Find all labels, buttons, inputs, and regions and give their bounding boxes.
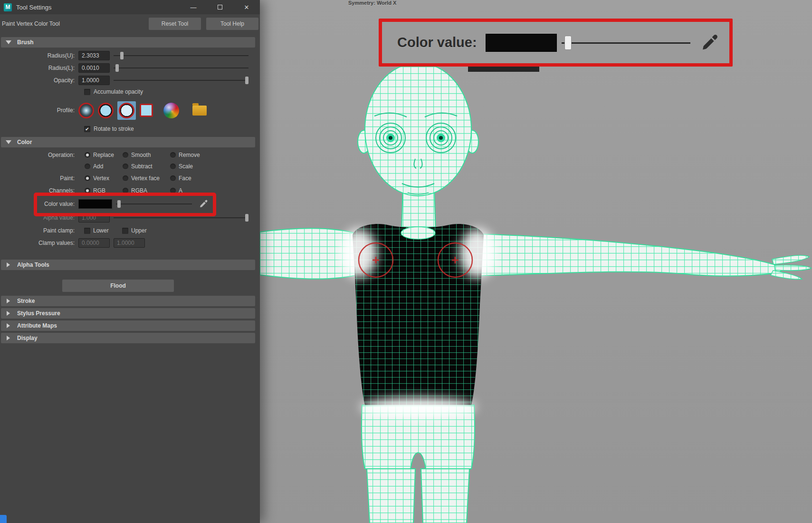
- color-section-header[interactable]: Color: [1, 137, 255, 147]
- collapse-arrow-icon: [6, 40, 11, 44]
- expand-arrow-icon: [7, 336, 10, 340]
- right-arm: [475, 234, 811, 279]
- stroke-label: Stroke: [17, 298, 35, 304]
- taskbar-peek: [0, 515, 7, 523]
- paint-vertex-label: Vertex: [93, 175, 109, 182]
- clamp-values-label: Clamp values:: [0, 240, 78, 246]
- paint-label: Paint:: [0, 175, 78, 182]
- viewport[interactable]: Symmetry: World X: [260, 0, 812, 523]
- slider-track: [114, 217, 248, 218]
- accumulate-opacity-checkbox[interactable]: [84, 89, 90, 95]
- maya-logo-icon: M: [4, 3, 12, 11]
- tool-name: Paint Vertex Color Tool: [2, 20, 143, 27]
- alpha-tools-section-header[interactable]: Alpha Tools: [1, 260, 255, 270]
- brush-profile-medium-icon[interactable]: [98, 103, 114, 118]
- clamp-min-field: [78, 238, 110, 248]
- brush-profile-soft-icon[interactable]: [78, 103, 94, 118]
- minimize-button[interactable]: —: [180, 0, 207, 14]
- operation-replace-label: Replace: [93, 152, 114, 158]
- titlebar[interactable]: M Tool Settings — ✕: [0, 0, 260, 14]
- attribute-maps-section-header[interactable]: Attribute Maps: [1, 320, 255, 331]
- expand-arrow-icon: [7, 323, 10, 328]
- callout-color-value-label: Color value:: [397, 35, 477, 50]
- expand-arrow-icon: [7, 299, 10, 303]
- paint-face-radio[interactable]: [170, 175, 176, 181]
- radius-u-field[interactable]: [78, 51, 110, 60]
- radius-u-label: Radius(U):: [0, 52, 78, 59]
- callout-alpha-strip: [468, 67, 539, 72]
- maximize-icon: [218, 5, 222, 10]
- clamp-upper-checkbox[interactable]: [122, 228, 128, 234]
- tool-help-button[interactable]: Tool Help: [206, 18, 258, 30]
- brush-profile-selected[interactable]: [117, 101, 136, 120]
- operation-remove-label: Remove: [179, 152, 200, 158]
- display-label: Display: [17, 335, 38, 341]
- callout-color-swatch[interactable]: [486, 34, 557, 52]
- callout-color-slider[interactable]: [562, 35, 690, 50]
- highlight-box-panel: [34, 193, 216, 216]
- browse-profile-folder-icon[interactable]: [192, 106, 207, 116]
- slider-handle[interactable]: [115, 64, 119, 72]
- tool-settings-window: M Tool Settings — ✕ Paint Vertex Color T…: [0, 0, 260, 523]
- accumulate-opacity-label: Accumulate opacity: [94, 88, 143, 95]
- opacity-label: Opacity:: [0, 77, 78, 84]
- operation-subtract-radio[interactable]: [123, 164, 128, 169]
- slider-handle[interactable]: [245, 214, 248, 222]
- brush-profile-hard-icon: [119, 103, 134, 118]
- operation-smooth-label: Smooth: [131, 152, 151, 158]
- brush-profile-image-icon[interactable]: [163, 103, 179, 118]
- operation-scale-label: Scale: [179, 163, 193, 170]
- color-value-callout: Color value:: [379, 19, 733, 67]
- operation-subtract-label: Subtract: [131, 163, 153, 170]
- opacity-slider[interactable]: [114, 77, 248, 84]
- display-section-header[interactable]: Display: [1, 333, 255, 343]
- flood-button[interactable]: Flood: [62, 280, 174, 292]
- stylus-pressure-label: Stylus Pressure: [17, 310, 60, 317]
- slider-track: [562, 42, 690, 44]
- collapse-arrow-icon: [6, 140, 11, 144]
- reset-tool-button[interactable]: Reset Tool: [149, 18, 201, 30]
- window-title: Tool Settings: [16, 4, 180, 11]
- symmetry-status: Symmetry: World X: [348, 0, 396, 6]
- clamp-lower-label: Lower: [93, 227, 109, 234]
- operation-add-radio[interactable]: [85, 164, 90, 169]
- right-hand: [771, 255, 811, 279]
- operation-scale-radio[interactable]: [170, 164, 176, 169]
- rotate-to-stroke-checkbox[interactable]: [84, 126, 90, 132]
- slider-handle[interactable]: [245, 77, 248, 84]
- paint-vertex-face-label: Vertex face: [131, 175, 160, 182]
- radius-l-label: Radius(L):: [0, 65, 78, 71]
- maximize-button[interactable]: [207, 0, 233, 14]
- rotate-to-stroke-label: Rotate to stroke: [94, 126, 134, 132]
- alpha-tools-label: Alpha Tools: [17, 262, 49, 268]
- callout-eyedropper-icon[interactable]: [700, 33, 719, 52]
- slider-track: [114, 68, 248, 68]
- paint-face-label: Face: [179, 175, 191, 182]
- stroke-section-header[interactable]: Stroke: [1, 296, 255, 306]
- slider-handle[interactable]: [120, 52, 124, 59]
- stylus-pressure-section-header[interactable]: Stylus Pressure: [1, 308, 255, 319]
- clamp-max-field: [114, 238, 145, 248]
- operation-smooth-radio[interactable]: [123, 152, 128, 158]
- opacity-field[interactable]: [78, 76, 110, 85]
- radius-l-slider[interactable]: [114, 64, 248, 72]
- brush-section-header[interactable]: Brush: [1, 37, 255, 48]
- operation-replace-radio[interactable]: [85, 152, 90, 158]
- radius-l-field[interactable]: [78, 63, 110, 73]
- slider-handle[interactable]: [564, 36, 572, 50]
- head: [365, 63, 471, 196]
- operation-label: Operation:: [0, 152, 78, 158]
- legs: [367, 469, 469, 523]
- paint-vertex-radio[interactable]: [85, 175, 90, 181]
- paint-clamp-label: Paint clamp:: [0, 227, 78, 234]
- radius-u-slider[interactable]: [114, 52, 248, 59]
- brush-profile-square-icon[interactable]: [140, 104, 153, 117]
- operation-remove-radio[interactable]: [170, 152, 176, 158]
- slider-track: [114, 80, 248, 81]
- clamp-lower-checkbox[interactable]: [84, 228, 90, 234]
- brush-section-label: Brush: [17, 39, 34, 46]
- close-button[interactable]: ✕: [233, 0, 260, 14]
- expand-arrow-icon: [7, 262, 10, 267]
- character-model: [260, 0, 812, 523]
- paint-vertex-face-radio[interactable]: [123, 175, 128, 181]
